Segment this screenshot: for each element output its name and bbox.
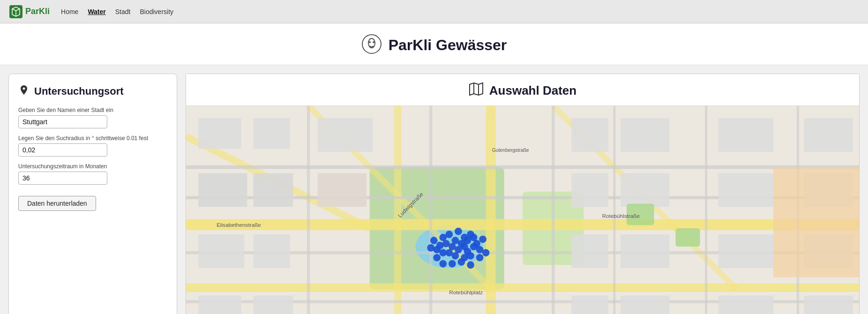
main-content: Untersuchungsort Geben Sie den Namen ein… xyxy=(0,65,868,314)
svg-point-90 xyxy=(439,260,447,268)
svg-point-89 xyxy=(433,254,441,262)
svg-rect-54 xyxy=(804,296,853,314)
nav-link-stadt[interactable]: Stadt xyxy=(115,8,131,15)
radius-label: Legen Sie den Suchradius in ° schrittwei… xyxy=(18,135,167,142)
svg-rect-51 xyxy=(571,296,608,314)
map-panel: Auswahl Daten xyxy=(186,74,860,314)
svg-point-3 xyxy=(369,41,371,43)
svg-point-72 xyxy=(439,234,447,241)
time-input[interactable] xyxy=(18,172,107,185)
svg-rect-40 xyxy=(621,118,669,152)
svg-rect-43 xyxy=(571,173,608,207)
svg-point-1 xyxy=(362,35,381,53)
svg-point-59 xyxy=(455,228,462,235)
brand-name: ParKli xyxy=(25,7,50,16)
svg-point-86 xyxy=(430,237,438,244)
svg-point-76 xyxy=(452,252,459,260)
water-drop-icon xyxy=(361,34,382,54)
svg-rect-48 xyxy=(621,234,669,268)
svg-point-87 xyxy=(427,244,434,252)
city-label: Geben Sie den Namen einer Stadt ein xyxy=(18,107,167,113)
brand-icon xyxy=(9,5,22,18)
svg-rect-44 xyxy=(621,173,669,207)
svg-point-84 xyxy=(467,262,474,269)
svg-rect-37 xyxy=(318,118,373,152)
time-label: Untersuchungszeitraum in Monaten xyxy=(18,163,167,170)
svg-rect-34 xyxy=(254,234,290,268)
svg-rect-41 xyxy=(718,118,773,152)
svg-text:Rotebühlplatz: Rotebühlplatz xyxy=(449,289,483,295)
nav-item-home[interactable]: Home xyxy=(61,7,78,16)
download-button[interactable]: Daten herunterladen xyxy=(18,196,96,211)
navbar: ParKli Home Water Stadt Biodiversity xyxy=(0,0,868,23)
svg-rect-11 xyxy=(186,219,859,230)
svg-rect-42 xyxy=(804,118,853,152)
svg-rect-33 xyxy=(198,234,244,268)
sidebar-panel: Untersuchungsort Geben Sie den Namen ein… xyxy=(8,74,177,314)
svg-rect-35 xyxy=(198,296,241,314)
page-header: ParKli Gewässer xyxy=(0,23,868,65)
svg-rect-52 xyxy=(621,296,669,314)
svg-rect-29 xyxy=(198,118,241,149)
location-icon xyxy=(18,84,30,98)
map-title: Auswahl Daten xyxy=(489,83,576,98)
nav-link-biodiversity[interactable]: Biodiversity xyxy=(140,8,173,15)
svg-point-82 xyxy=(458,258,465,266)
svg-rect-38 xyxy=(318,173,367,207)
nav-link-water[interactable]: Water xyxy=(88,8,105,15)
svg-rect-12 xyxy=(186,284,859,292)
brand-logo[interactable]: ParKli xyxy=(9,5,50,18)
svg-point-85 xyxy=(476,254,484,262)
nav-item-stadt[interactable]: Stadt xyxy=(115,7,131,16)
svg-rect-57 xyxy=(675,228,700,247)
nav-item-water[interactable]: Water xyxy=(88,7,105,16)
svg-point-88 xyxy=(479,236,486,243)
svg-rect-47 xyxy=(571,234,608,268)
map-container[interactable]: i Ludwigstraße Gutenbergstraße Rotebühls… xyxy=(186,106,859,314)
sidebar-title: Untersuchungsort xyxy=(18,84,167,98)
svg-point-91 xyxy=(482,249,490,256)
map-header: Auswahl Daten xyxy=(186,74,859,106)
page-title: ParKli Gewässer xyxy=(389,37,507,54)
svg-point-83 xyxy=(449,260,456,268)
svg-rect-31 xyxy=(198,173,247,207)
city-input[interactable] xyxy=(18,115,107,128)
svg-rect-32 xyxy=(254,173,293,207)
svg-rect-55 xyxy=(773,167,859,277)
svg-point-4 xyxy=(373,41,374,43)
svg-text:Gutenbergstraße: Gutenbergstraße xyxy=(492,148,529,153)
sidebar-heading: Untersuchungsort xyxy=(34,85,124,97)
svg-rect-49 xyxy=(718,234,773,268)
svg-rect-53 xyxy=(718,296,773,314)
map-header-icon xyxy=(469,82,484,100)
map-svg: i Ludwigstraße Gutenbergstraße Rotebühls… xyxy=(186,106,859,314)
svg-rect-36 xyxy=(254,296,293,314)
svg-point-78 xyxy=(467,252,474,260)
map-icon xyxy=(469,82,484,97)
svg-text:Elisabethenstraße: Elisabethenstraße xyxy=(217,222,261,228)
pin-icon xyxy=(18,84,30,96)
nav-links: Home Water Stadt Biodiversity xyxy=(61,7,173,16)
nav-link-home[interactable]: Home xyxy=(61,8,78,15)
radius-input[interactable] xyxy=(18,143,107,157)
nav-item-biodiversity[interactable]: Biodiversity xyxy=(140,7,173,16)
svg-rect-39 xyxy=(571,118,608,152)
svg-text:Rotebühlstraße: Rotebühlstraße xyxy=(602,213,640,219)
page-header-icon-container xyxy=(361,34,382,56)
svg-rect-45 xyxy=(718,173,773,207)
svg-rect-30 xyxy=(254,118,290,149)
